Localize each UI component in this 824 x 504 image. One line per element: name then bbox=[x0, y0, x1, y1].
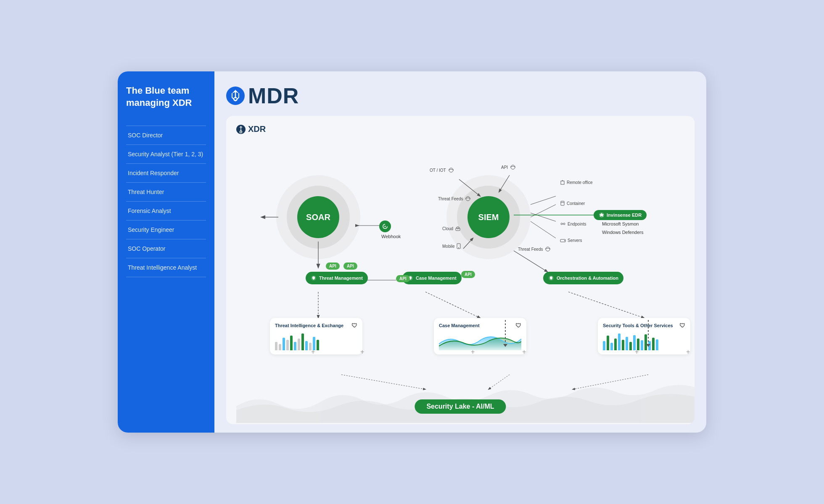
plus-1: + bbox=[311, 348, 315, 356]
api-top-label: API bbox=[501, 165, 516, 170]
case-mgmt-box-title: Case Management 🛡 bbox=[439, 322, 521, 329]
svg-point-40 bbox=[561, 223, 563, 225]
diagram-area: SOAR SIEM Webhook OT / IOT A bbox=[236, 137, 684, 423]
sidebar-item-soc-director[interactable]: SOC Director bbox=[126, 126, 206, 144]
security-lake-node: Security Lake - AI/ML bbox=[415, 399, 506, 414]
svg-point-36 bbox=[458, 247, 459, 248]
plus-5: + bbox=[635, 348, 639, 356]
webhook-connector bbox=[379, 220, 391, 232]
xdr-logo-icon bbox=[236, 125, 246, 134]
plus-6: + bbox=[686, 348, 690, 356]
threat-intel-box-title: Threat Intelligence & Exchange 🛡 bbox=[275, 322, 357, 329]
header-logo: MDR bbox=[226, 83, 299, 108]
svg-rect-33 bbox=[456, 228, 460, 231]
soar-node: SOAR bbox=[297, 196, 339, 238]
case-management-node: Case Management bbox=[402, 272, 462, 284]
svg-point-30 bbox=[449, 168, 453, 172]
invinsense-edr-box: Invinsense EDR bbox=[594, 210, 647, 220]
threat-management-node: Threat Management bbox=[306, 272, 368, 284]
content-area: MDR XDR bbox=[214, 71, 706, 433]
mdr-logo-icon bbox=[226, 87, 245, 105]
header: MDR bbox=[226, 83, 695, 108]
windows-defenders-label: Windows Defenders bbox=[602, 230, 643, 235]
svg-line-12 bbox=[531, 221, 556, 238]
cloud-label: Cloud bbox=[442, 226, 461, 231]
svg-line-17 bbox=[463, 238, 473, 249]
xdr-logo: XDR bbox=[236, 124, 684, 134]
ot-iot-label: OT / IOT bbox=[430, 168, 454, 173]
svg-point-31 bbox=[511, 165, 515, 169]
svg-rect-37 bbox=[561, 181, 564, 184]
header-title: MDR bbox=[248, 83, 299, 108]
diagram-card: XDR bbox=[226, 116, 695, 424]
shield-icon-3: 🛡 bbox=[679, 322, 685, 329]
svg-line-21 bbox=[514, 251, 547, 272]
sidebar-item-threat-intel-analyst[interactable]: Threat Intelligence Analyst bbox=[126, 258, 206, 277]
plus-3: + bbox=[471, 348, 475, 356]
orchestration-node: Orchestration & Automation bbox=[543, 272, 623, 284]
svg-line-15 bbox=[499, 175, 510, 192]
endpoints-label: Endpoints bbox=[560, 221, 586, 226]
security-tools-chart bbox=[603, 331, 685, 350]
threat-feeds-bottom-label: Threat Feeds bbox=[518, 247, 551, 252]
svg-point-45 bbox=[564, 240, 565, 241]
api-badge-3: API bbox=[396, 275, 410, 282]
threat-intel-box: Threat Intelligence & Exchange 🛡 bbox=[270, 318, 362, 354]
sidebar-item-soc-operator[interactable]: SOC Operator bbox=[126, 239, 206, 258]
shield-icon-2: 🛡 bbox=[515, 322, 521, 329]
svg-line-25 bbox=[568, 292, 644, 318]
threat-intel-chart bbox=[275, 331, 357, 350]
outer-card: The Blue team managing XDR SOC Director … bbox=[118, 71, 706, 433]
svg-line-24 bbox=[425, 292, 480, 318]
sidebar-item-threat-hunter[interactable]: Threat Hunter bbox=[126, 182, 206, 201]
microsoft-sysmon-label: Microsoft Sysmon bbox=[602, 221, 639, 226]
svg-point-29 bbox=[385, 226, 386, 227]
mobile-label: Mobile bbox=[442, 243, 461, 249]
plus-4: + bbox=[522, 348, 526, 356]
security-tools-box-title: Security Tools & Other Services 🛡 bbox=[603, 322, 685, 329]
svg-point-41 bbox=[563, 223, 565, 225]
svg-line-14 bbox=[459, 179, 480, 196]
sidebar-item-incident-responder[interactable]: Incident Responder bbox=[126, 163, 206, 182]
dotted-arrow-2 bbox=[646, 320, 650, 347]
plus-2: + bbox=[360, 348, 364, 356]
sidebar-item-security-engineer[interactable]: Security Engineer bbox=[126, 220, 206, 239]
api-badge-4: API bbox=[461, 271, 475, 278]
security-tools-box: Security Tools & Other Services 🛡 bbox=[598, 318, 690, 354]
sidebar-title: The Blue team managing XDR bbox=[126, 85, 206, 109]
container-label: Container bbox=[560, 200, 585, 206]
xdr-logo-text: XDR bbox=[248, 124, 266, 134]
siem-node: SIEM bbox=[467, 196, 510, 238]
svg-line-11 bbox=[531, 213, 556, 221]
api-badge-1: API bbox=[326, 262, 340, 270]
case-mgmt-box: Case Management 🛡 bbox=[434, 318, 526, 354]
svg-line-13 bbox=[531, 205, 556, 217]
servers-label: Servers bbox=[560, 238, 582, 243]
case-mgmt-chart bbox=[439, 331, 521, 350]
shield-icon-1: 🛡 bbox=[351, 322, 357, 329]
remote-office-label: Remote office bbox=[560, 179, 593, 185]
api-badge-2: API bbox=[343, 262, 357, 270]
svg-point-43 bbox=[546, 247, 550, 251]
svg-rect-38 bbox=[561, 201, 564, 205]
svg-point-32 bbox=[466, 197, 470, 201]
svg-line-10 bbox=[531, 196, 556, 205]
webhook-label: Webhook bbox=[381, 234, 401, 239]
dotted-arrow-1 bbox=[503, 320, 507, 347]
threat-feeds-top-label: Threat Feeds bbox=[438, 196, 471, 201]
sidebar: The Blue team managing XDR SOC Director … bbox=[118, 71, 214, 433]
sidebar-item-forensic-analyst[interactable]: Forensic Analyst bbox=[126, 201, 206, 220]
sidebar-item-security-analyst[interactable]: Security Analyst (Tier 1, 2, 3) bbox=[126, 144, 206, 163]
